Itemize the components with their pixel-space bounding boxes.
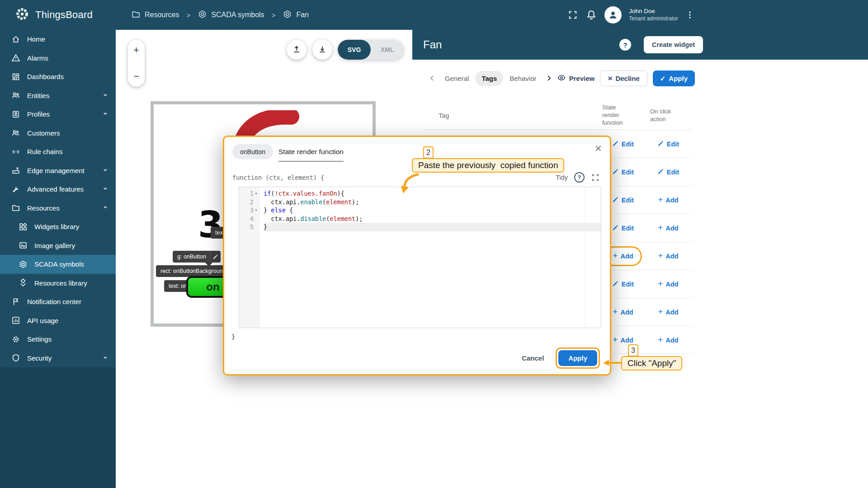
breadcrumb-fan[interactable]: Fan [283, 9, 309, 21]
avatar[interactable] [604, 6, 622, 23]
sidebar-item-resources-library[interactable]: Resources library [0, 274, 116, 293]
sidebar-item-image-gallery[interactable]: Image gallery [0, 236, 116, 255]
toggle-xml[interactable]: XML [371, 40, 404, 60]
state-render-function-button[interactable]: + Add [613, 336, 633, 344]
tidy-button[interactable]: Tidy [556, 174, 568, 181]
sidebar-item-alarms[interactable]: Alarms [0, 49, 116, 68]
create-widget-button[interactable]: Create widget [644, 36, 703, 53]
group-onbutton-chip[interactable]: g: onButton [173, 251, 221, 263]
sidebar-item-entities[interactable]: Entities [0, 86, 116, 105]
check-icon: ✓ [660, 75, 666, 82]
state-render-function-button[interactable]: Edit [612, 196, 634, 204]
code-line-number[interactable]: 1▾ [239, 189, 260, 198]
breadcrumb-resources[interactable]: Resources [131, 9, 179, 21]
kebab-menu-icon[interactable] [685, 10, 694, 20]
fullscreen-icon[interactable] [567, 9, 578, 20]
state-render-function-button[interactable]: Edit [612, 280, 634, 288]
sidebar-item-api-usage[interactable]: API usage [0, 311, 116, 330]
plus-icon: + [613, 335, 618, 344]
sidebar-item-customers[interactable]: Customers [0, 124, 116, 143]
cancel-button[interactable]: Cancel [522, 354, 544, 362]
code-editor[interactable]: 1▾23▾45 if(!ctx.values.fanOn){ ctx.api.e… [239, 187, 601, 328]
step-2-badge: 2 [423, 146, 434, 159]
on-click-action-button[interactable]: + Add [658, 196, 678, 204]
on-click-action-button[interactable]: + Add [658, 336, 678, 344]
code-line-number[interactable]: 3▾ [239, 206, 260, 215]
apply-button-panel[interactable]: ✓ Apply [653, 70, 695, 86]
code-line[interactable]: ctx.api.disable(element); [264, 215, 601, 223]
sidebar-item-resources[interactable]: Resources [0, 199, 116, 218]
notifications-bell-icon[interactable] [585, 9, 597, 21]
tab-tags[interactable]: Tags [475, 71, 503, 86]
download-button[interactable] [312, 40, 332, 60]
tab-behavior[interactable]: Behavior [503, 71, 542, 86]
rect-onbuttonbackground-chip[interactable]: rect: onButtonBackgroun [156, 265, 227, 277]
preview-button[interactable]: Preview [557, 73, 595, 84]
state-render-function-button[interactable]: Edit [612, 224, 634, 232]
tab-general[interactable]: General [439, 71, 475, 86]
edit-pencil-icon[interactable] [210, 251, 221, 263]
code-line[interactable]: if(!ctx.values.fanOn){ [264, 189, 601, 198]
close-icon: × [608, 75, 612, 82]
code-line-number[interactable]: 4 [239, 215, 260, 223]
breadcrumb-scada-symbols[interactable]: SCADA symbols [198, 9, 264, 21]
code-body[interactable]: if(!ctx.values.fanOn){ ctx.api.enable(el… [260, 187, 601, 328]
expand-editor-icon[interactable] [591, 173, 600, 182]
user-info: John Doe Tenant administrator [629, 8, 678, 22]
code-line-number[interactable]: 5 [239, 223, 260, 231]
sidebar-item-edge-management[interactable]: Edge management [0, 161, 116, 180]
toggle-svg[interactable]: SVG [338, 40, 371, 60]
code-line[interactable]: } else { [264, 206, 601, 215]
on-click-action-button[interactable]: + Add [658, 280, 678, 288]
sidebar-item-widgets-library[interactable]: Widgets library [0, 217, 116, 236]
on-click-action-button[interactable]: + Add [658, 252, 678, 260]
breadcrumb-separator: > [270, 11, 278, 19]
state-render-function-button[interactable]: + Add [613, 308, 633, 316]
state-render-function-button[interactable]: Edit [612, 140, 634, 148]
help-icon[interactable]: ? [574, 172, 585, 183]
sidebar-item-settings[interactable]: Settings [0, 330, 116, 349]
on-click-action-cell: Edit [644, 140, 693, 148]
sidebar-item-rule-chains[interactable]: Rule chains [0, 142, 116, 161]
on-click-action-cell: + Add [644, 280, 693, 288]
state-render-function-button[interactable]: Edit [612, 168, 634, 176]
sidebar-item-dashboards[interactable]: Dashboards [0, 67, 116, 86]
upload-icon [292, 44, 302, 56]
decline-button[interactable]: × Decline [600, 70, 647, 86]
zoom-in-button[interactable]: + [133, 45, 139, 55]
plus-icon: + [613, 307, 618, 316]
advanced-features-wrench-icon [11, 184, 21, 194]
zoom-out-button[interactable]: − [133, 71, 139, 81]
sidebar-item-profiles[interactable]: Profiles [0, 105, 116, 124]
on-click-action-button[interactable]: + Add [658, 224, 678, 232]
help-icon[interactable]: ? [619, 39, 631, 51]
app-title: ThingsBoard [35, 9, 93, 21]
thingsboard-logo[interactable]: ThingsBoard [0, 6, 116, 23]
sidebar-item-notification-center[interactable]: Notification center [0, 292, 116, 311]
code-line[interactable]: } [264, 223, 601, 231]
sidebar-item-home[interactable]: Home [0, 30, 116, 49]
sidebar-item-advanced-features[interactable]: Advanced features [0, 180, 116, 199]
plus-icon: + [658, 335, 663, 344]
on-click-action-button[interactable]: + Add [658, 308, 678, 316]
code-line[interactable]: ctx.api.enable(element); [264, 198, 601, 206]
api-usage-chart-icon [11, 315, 21, 325]
column-header-on-click-action: On click action [644, 108, 693, 123]
code-line-number[interactable]: 2 [239, 198, 260, 206]
on-click-action-button[interactable]: Edit [657, 168, 679, 176]
upload-button[interactable] [287, 40, 307, 60]
editor-scroll-track[interactable] [585, 187, 585, 328]
close-icon[interactable]: × [595, 141, 602, 155]
on-click-action-cell: + Add [644, 224, 693, 232]
toolbar-actions: Preview × Decline ✓ Apply [557, 70, 695, 86]
column-header-tag: Tag [424, 112, 602, 119]
tabs-scroll-right-icon[interactable] [542, 72, 555, 84]
apply-button[interactable]: Apply [558, 350, 597, 366]
tab-state-render-function[interactable]: State render function [278, 148, 344, 162]
tabs-scroll-left-icon[interactable] [426, 72, 439, 84]
panel-toolbar: General Tags Behavior Preview × Decline … [412, 60, 868, 101]
onbutton-chip[interactable]: onButton [232, 144, 273, 159]
sidebar-item-scada-symbols[interactable]: SCADA symbols [0, 255, 116, 274]
sidebar-item-security[interactable]: Security [0, 349, 116, 368]
on-click-action-button[interactable]: Edit [657, 140, 679, 148]
